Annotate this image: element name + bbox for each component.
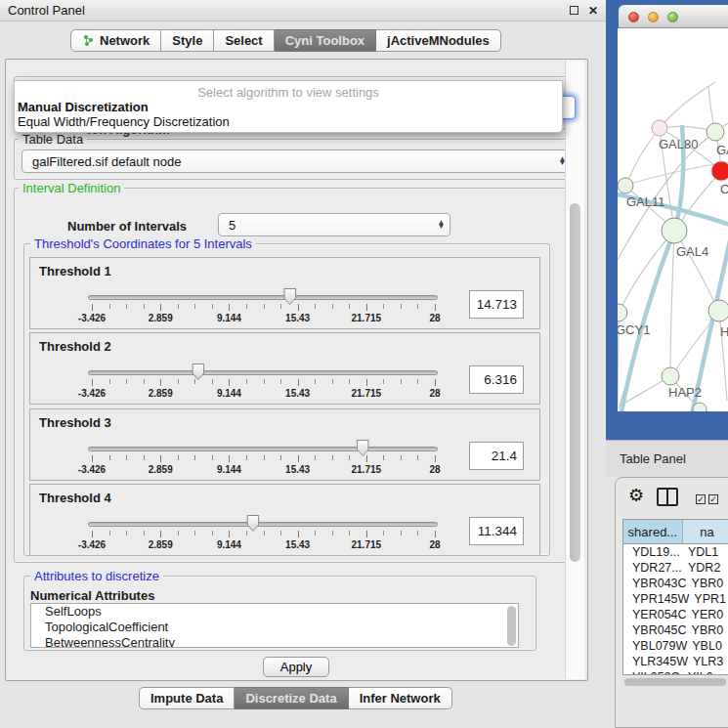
table-row[interactable]: YLR345W YLR3	[623, 654, 728, 669]
numerical-attributes-label: Numerical Attributes	[30, 588, 154, 603]
tab-discretize-data[interactable]: Discretize Data	[235, 687, 348, 709]
tab-label: jActiveMNodules	[387, 33, 490, 48]
table-row[interactable]: YBR045C YBR0	[623, 622, 728, 638]
split-table-icon[interactable]	[657, 488, 678, 506]
table-row[interactable]: YBR043C YBR0	[623, 576, 728, 591]
tab-label: Impute Data	[150, 691, 223, 706]
tab-infer-network[interactable]: Infer Network	[349, 687, 452, 709]
close-traffic-light-icon[interactable]	[628, 12, 639, 22]
slider-track[interactable]	[88, 295, 438, 300]
threshold-slider: -3.4262.8599.14415.4321.71528	[88, 439, 438, 480]
threshold-value-box[interactable]: 11.344	[469, 517, 524, 545]
network-node[interactable]	[662, 218, 687, 243]
number-of-intervals-value: 5	[219, 218, 435, 233]
attribute-list-item[interactable]: BetweennessCentrality	[31, 635, 518, 648]
algorithm-menu-item[interactable]: Manual Discretization	[15, 100, 562, 114]
network-canvas[interactable]: GAL80GACGAL11GAL4GCY1HHAP2	[618, 28, 728, 411]
network-node[interactable]	[618, 178, 633, 193]
cyni-toolbox-panel: Discretization Algorithm Select algorith…	[5, 59, 588, 681]
table-row[interactable]: YIL052C YIL0	[623, 669, 728, 675]
zoom-traffic-light-icon[interactable]	[667, 12, 678, 22]
number-of-intervals-combo[interactable]: 5 ▲▼	[218, 213, 450, 236]
slider-handle[interactable]	[283, 288, 296, 305]
network-edge[interactable]	[660, 82, 715, 128]
apply-button[interactable]: Apply	[263, 657, 329, 677]
close-icon[interactable]: ✕	[588, 5, 598, 17]
network-node-label: H	[720, 324, 728, 339]
threshold-label: Threshold 4	[39, 491, 111, 505]
panel-scrollbar-thumb[interactable]	[570, 203, 580, 562]
threshold-value-box[interactable]: 21.4	[469, 442, 524, 470]
network-edge[interactable]	[621, 231, 674, 310]
list-scrollbar[interactable]	[507, 606, 516, 646]
threshold-panel: Threshold 2 -3.4262.8599.14415.4321.7152…	[29, 332, 540, 405]
network-window-titlebar[interactable]	[619, 5, 728, 28]
thresholds-title: Threshold's Coordinates for 5 Intervals	[30, 236, 256, 251]
slider-track[interactable]	[88, 447, 438, 451]
column-header-shared[interactable]: shared...	[623, 520, 683, 543]
network-node-label: GA	[716, 143, 728, 157]
number-of-intervals-label: Number of Intervals	[67, 219, 187, 234]
slider-track[interactable]	[88, 370, 438, 375]
network-node[interactable]	[662, 367, 679, 385]
tab-network[interactable]: Network	[70, 29, 161, 52]
threshold-panel: Threshold 1 -3.4262.8599.14415.4321.7152…	[29, 257, 540, 329]
algorithm-placeholder-item[interactable]: Select algorithm to view settings	[15, 81, 562, 100]
float-window-icon[interactable]	[570, 6, 578, 15]
network-node[interactable]	[707, 123, 724, 141]
checkbox-checked-icon[interactable]: ✓	[696, 494, 706, 504]
tab-cyni-toolbox[interactable]: Cyni Toolbox	[275, 29, 376, 52]
gear-icon[interactable]: ⚙	[628, 485, 644, 506]
slider-handle[interactable]	[192, 364, 204, 380]
network-node[interactable]	[652, 120, 667, 136]
column-header-name[interactable]: na	[683, 520, 728, 543]
panel-title: Control Panel	[8, 3, 570, 18]
table-panel: ⚙ ✓ ✓ shared... na YDL19... YDL1 YDR27..…	[615, 477, 728, 728]
network-node-label: GAL4	[676, 244, 708, 259]
table-hscrollbar[interactable]	[622, 676, 728, 687]
tab-label: Select	[225, 33, 262, 48]
threshold-label: Threshold 2	[39, 339, 111, 354]
control-panel-titlebar: Control Panel ✕	[0, 0, 606, 21]
tab-label: Cyni Toolbox	[285, 33, 364, 48]
tab-impute-data[interactable]: Impute Data	[139, 687, 235, 709]
tab-style[interactable]: Style	[161, 29, 214, 52]
network-node[interactable]	[693, 403, 707, 411]
table-hscrollbar-thumb[interactable]	[624, 678, 726, 686]
minimize-traffic-light-icon[interactable]	[648, 12, 659, 22]
network-node[interactable]	[708, 300, 728, 321]
network-edge[interactable]	[626, 128, 660, 185]
threshold-value-box[interactable]: 14.713	[469, 290, 524, 319]
slider-handle[interactable]	[357, 440, 369, 456]
panel-scrollbar[interactable]	[565, 61, 584, 679]
algorithm-menu-item[interactable]: Equal Width/Frequency Discretization	[15, 114, 562, 129]
attribute-list-item[interactable]: SelfLoops	[31, 604, 518, 620]
table-row[interactable]: YBL079W YBL0	[623, 638, 728, 654]
threshold-value-box[interactable]: 6.316	[469, 365, 524, 394]
bottom-tab-bar: Impute Data Discretize Data	[139, 687, 452, 709]
table-row[interactable]: YDR27... YDR2	[623, 560, 728, 576]
algorithm-dropdown-popup: Select algorithm to view settings Manual…	[14, 80, 563, 133]
stepper-arrows-icon: ▲▼	[435, 221, 450, 229]
table-row[interactable]: YER054C YER0	[623, 607, 728, 622]
node-table: shared... na YDL19... YDL1 YDR27... YDR2…	[622, 519, 728, 675]
checkbox-checked-icon[interactable]: ✓	[708, 494, 718, 504]
tab-label: Network	[100, 33, 150, 48]
table-data-title: Table Data	[19, 132, 87, 147]
table-data-combo[interactable]: galFiltered.sif default node ▲▼	[21, 150, 572, 173]
threshold-label: Threshold 1	[39, 264, 111, 278]
table-row[interactable]: YPR145W YPR1	[623, 591, 728, 607]
threshold-slider: -3.4262.8599.14415.4321.71528	[88, 363, 438, 404]
network-edge[interactable]	[670, 231, 674, 373]
network-node[interactable]	[618, 304, 627, 321]
tab-jactivemnodules[interactable]: jActiveMNodules	[376, 29, 501, 52]
network-node-label: GCY1	[618, 322, 650, 337]
network-node[interactable]	[711, 161, 728, 181]
slider-track[interactable]	[88, 522, 438, 527]
network-node-label: HAP2	[668, 385, 702, 400]
table-row[interactable]: YDL19... YDL1	[623, 544, 728, 560]
attribute-list-item[interactable]: TopologicalCoefficient	[31, 620, 518, 635]
numerical-attributes-list[interactable]: SelfLoops TopologicalCoefficient Between…	[30, 603, 519, 648]
slider-handle[interactable]	[246, 515, 259, 532]
tab-select[interactable]: Select	[214, 29, 274, 52]
